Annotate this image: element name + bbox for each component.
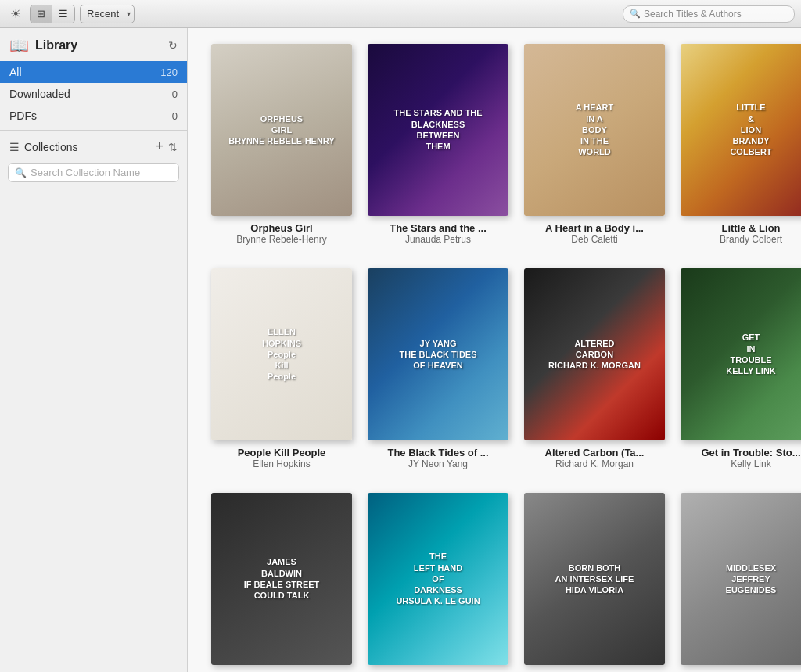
list-view-button[interactable]: ☰	[52, 5, 74, 23]
search-collection-icon: 🔍	[15, 167, 27, 178]
sort-dropdown[interactable]: Recent Title Author	[80, 5, 135, 23]
book-title: A Heart in a Body i...	[545, 222, 644, 234]
cover-text: JY YANG THE BLACK TIDES OF HEAVEN	[393, 332, 483, 378]
book-title: Get in Trouble: Sto...	[701, 447, 800, 458]
book-author: Brandy Colbert	[720, 234, 782, 245]
book-cover: ALTERED CARBON RICHARD K. MORGAN	[524, 268, 665, 440]
book-item[interactable]: A HEART IN A BODY IN THE WORLDA Heart in…	[524, 44, 665, 245]
sidebar-header: 📖 Library ↻	[0, 28, 187, 61]
sidebar-item-all[interactable]: All 120	[0, 61, 187, 83]
book-title: People Kill People	[238, 447, 326, 458]
book-cover: A HEART IN A BODY IN THE WORLD	[524, 44, 665, 216]
search-collection-input[interactable]	[31, 167, 172, 178]
pdfs-label: PDFs	[9, 110, 172, 122]
book-item[interactable]: LITTLE & LION BRANDY COLBERTLittle & Lio…	[681, 44, 801, 245]
sidebar: 📖 Library ↻ All 120 Downloaded 0 PDFs 0 …	[0, 28, 188, 672]
book-item[interactable]: MIDDLESEX JEFFREY EUGENIDESMiddlesex: A …	[681, 493, 801, 672]
books-content: ORPHEUS GIRL BRYNNE REBELE-HENRYOrpheus …	[188, 28, 801, 672]
sidebar-item-downloaded[interactable]: Downloaded 0	[0, 83, 187, 105]
book-cover: JY YANG THE BLACK TIDES OF HEAVEN	[368, 268, 508, 440]
book-item[interactable]: BORN BOTH AN INTERSEX LIFE HIDA VILORIAB…	[524, 493, 665, 672]
collections-label: Collections	[24, 141, 155, 153]
book-author: Junauda Petrus	[405, 234, 471, 245]
book-item[interactable]: JY YANG THE BLACK TIDES OF HEAVENThe Bla…	[368, 268, 508, 469]
books-grid: ORPHEUS GIRL BRYNNE REBELE-HENRYOrpheus …	[211, 44, 785, 672]
book-author: Richard K. Morgan	[555, 458, 634, 469]
search-placeholder-text: Search Titles & Authors	[644, 9, 742, 20]
cover-text: BORN BOTH AN INTERSEX LIFE HIDA VILORIA	[549, 556, 641, 602]
book-title: The Black Tides of ...	[387, 447, 488, 458]
book-title: The Stars and the ...	[390, 222, 487, 234]
sun-icon-button[interactable]: ☀	[6, 4, 25, 23]
cover-text: ORPHEUS GIRL BRYNNE REBELE-HENRY	[222, 107, 340, 153]
book-cover: JAMES BALDWIN IF BEALE STREET COULD TALK	[211, 493, 352, 665]
book-title: Orpheus Girl	[250, 222, 312, 234]
book-cover: THE LEFT HAND OF DARKNESS URSULA K. LE G…	[368, 493, 508, 665]
cover-text: A HEART IN A BODY IN THE WORLD	[569, 95, 620, 164]
downloaded-label: Downloaded	[9, 88, 172, 100]
view-mode-control: ⊞ ☰	[30, 5, 75, 23]
book-author: Brynne Rebele-Henry	[236, 234, 326, 245]
cover-text: MIDDLESEX JEFFREY EUGENIDES	[720, 556, 783, 602]
search-collection-field[interactable]: 🔍	[8, 163, 179, 182]
book-cover: LITTLE & LION BRANDY COLBERT	[681, 44, 801, 216]
book-item[interactable]: THE LEFT HAND OF DARKNESS URSULA K. LE G…	[368, 493, 508, 672]
library-icon: 📖	[9, 36, 29, 55]
book-title: Little & Lion	[721, 222, 780, 234]
cover-text: THE LEFT HAND OF DARKNESS URSULA K. LE G…	[390, 544, 486, 613]
all-count: 120	[160, 66, 178, 78]
cover-text: ELLEN HOPKINS People Kill People	[256, 320, 307, 388]
collections-list-icon: ☰	[9, 141, 20, 153]
book-cover: MIDDLESEX JEFFREY EUGENIDES	[681, 493, 801, 665]
cover-text: ALTERED CARBON RICHARD K. MORGAN	[542, 332, 647, 378]
book-item[interactable]: ELLEN HOPKINS People Kill PeoplePeople K…	[211, 268, 352, 469]
downloaded-count: 0	[172, 88, 178, 100]
add-collection-button[interactable]: +	[155, 138, 163, 155]
sidebar-item-pdfs[interactable]: PDFs 0	[0, 105, 187, 127]
book-author: Deb Caletti	[571, 234, 617, 245]
book-item[interactable]: GET IN TROUBLE KELLY LINKGet in Trouble:…	[681, 268, 801, 469]
book-author: JY Neon Yang	[408, 458, 468, 469]
search-icon: 🔍	[630, 9, 641, 19]
cover-text: THE STARS AND THE BLACKNESS BETWEEN THEM	[387, 101, 488, 158]
library-title: Library	[35, 38, 77, 52]
sidebar-divider	[0, 130, 187, 131]
book-title: Altered Carbon (Ta...	[545, 447, 645, 458]
book-cover: ORPHEUS GIRL BRYNNE REBELE-HENRY	[211, 44, 352, 216]
book-cover: THE STARS AND THE BLACKNESS BETWEEN THEM	[368, 44, 508, 216]
all-label: All	[9, 66, 160, 78]
book-author: Kelly Link	[731, 458, 770, 469]
cover-text: JAMES BALDWIN IF BEALE STREET COULD TALK	[238, 550, 326, 607]
grid-view-button[interactable]: ⊞	[31, 5, 52, 23]
book-author: Ellen Hopkins	[253, 458, 310, 469]
toolbar: ☀ ⊞ ☰ Recent Title Author ▾ 🔍 Search Tit…	[0, 0, 801, 28]
book-item[interactable]: ALTERED CARBON RICHARD K. MORGANAltered …	[524, 268, 665, 469]
book-cover: ELLEN HOPKINS People Kill People	[211, 268, 352, 440]
cover-text: GET IN TROUBLE KELLY LINK	[720, 325, 782, 383]
sort-dropdown-wrapper: Recent Title Author ▾	[80, 5, 135, 23]
cover-text: LITTLE & LION BRANDY COLBERT	[724, 95, 778, 164]
sync-icon[interactable]: ↻	[168, 39, 178, 52]
book-item[interactable]: ORPHEUS GIRL BRYNNE REBELE-HENRYOrpheus …	[211, 44, 352, 245]
book-item[interactable]: JAMES BALDWIN IF BEALE STREET COULD TALK…	[211, 493, 352, 672]
sort-collections-icon[interactable]: ⇅	[168, 141, 178, 153]
search-bar-top[interactable]: 🔍 Search Titles & Authors	[623, 5, 795, 23]
pdfs-count: 0	[172, 110, 178, 122]
main-layout: 📖 Library ↻ All 120 Downloaded 0 PDFs 0 …	[0, 28, 801, 672]
book-cover: GET IN TROUBLE KELLY LINK	[681, 268, 801, 440]
collections-header: ☰ Collections + ⇅	[0, 134, 187, 160]
book-cover: BORN BOTH AN INTERSEX LIFE HIDA VILORIA	[524, 493, 665, 665]
book-item[interactable]: THE STARS AND THE BLACKNESS BETWEEN THEM…	[368, 44, 508, 245]
